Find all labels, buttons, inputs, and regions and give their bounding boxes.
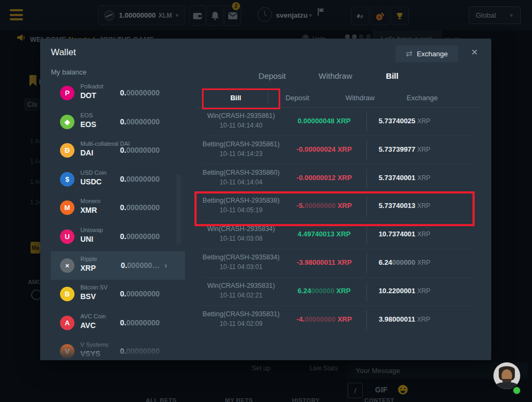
coin-name: Uniswap: [80, 227, 103, 233]
app: 1.00000000 XLM ▼ 2 svenjatzu ▼ B G: [0, 0, 532, 402]
transaction-balance: 5.73740025 XRP: [370, 117, 439, 125]
coin-list-item[interactable]: V V Systems VSYS 0.00000000: [51, 337, 185, 360]
row-divider: [366, 197, 367, 217]
transaction-datetime: 10-11 04:02:21: [196, 292, 287, 299]
modal-title: Wallet: [51, 47, 76, 58]
coin-list-item[interactable]: A AVC Coin AVC 0.00000000: [51, 309, 185, 338]
coin-symbol: AVC: [80, 321, 96, 330]
transaction-amount: 4.49740013 XRP: [287, 230, 362, 238]
transaction-balance: 10.7374001 XRP: [370, 230, 439, 238]
coin-balance: 0.00000000: [120, 289, 160, 298]
bill-row: Betting(CRASH-2935838) 10-11 04:05:19 -5…: [196, 192, 482, 221]
coin-list-scrollbar[interactable]: [176, 174, 181, 244]
coin-balance: 0.00000000: [120, 88, 160, 97]
transaction-datetime: 10-11 04:14:23: [196, 150, 287, 158]
tab-withdraw[interactable]: Withdraw: [319, 71, 353, 80]
coin-name: EOS: [80, 112, 93, 118]
transaction-name: Betting(CRASH-2935834): [196, 254, 287, 261]
bill-row: Win(CRASH-2935831) 10-11 04:02:21 6.2400…: [196, 278, 482, 306]
coin-icon: B: [60, 287, 74, 301]
coin-icon: $: [60, 172, 74, 187]
transaction-datetime: 10-11 04:14:40: [196, 122, 287, 129]
transaction-balance: 5.73740001 XRP: [370, 174, 439, 182]
online-status-dot: [512, 386, 521, 395]
coin-list-item[interactable]: ◆ EOS EOS 0.00000000: [51, 108, 185, 137]
coin-symbol: BSV: [80, 292, 96, 301]
transaction-datetime: 10-11 04:03:01: [196, 263, 287, 271]
transaction-amount: -3.98000011 XRP: [287, 258, 362, 266]
coin-list-item[interactable]: U Uniswap UNI 0.00000000: [51, 222, 185, 251]
exchange-button[interactable]: ⇄ Exchange: [395, 45, 458, 62]
transaction-datetime: 10-11 04:05:19: [196, 206, 287, 214]
coin-balance: 0.00000000: [120, 203, 160, 212]
row-divider: [366, 225, 367, 245]
row-divider: [366, 310, 367, 330]
coin-name: AVC Coin: [80, 313, 106, 319]
transaction-name: Win(CRASH-2935861): [196, 112, 287, 120]
row-divider: [366, 254, 367, 273]
coin-balance: 0.00000000: [120, 347, 160, 355]
transaction-amount: -4.00000000 XRP: [287, 315, 362, 323]
coin-icon: Ð: [60, 143, 74, 158]
coin-list-item[interactable]: Ð Multi-collateral DAI DAI 0.00000000: [51, 136, 185, 165]
transaction-datetime: 10-11 04:02:09: [196, 320, 287, 327]
transaction-name: Win(CRASH-2935831): [196, 282, 287, 289]
transaction-amount: -5.00000000 XRP: [287, 202, 362, 210]
transaction-balance: 5.73740013 XRP: [370, 202, 439, 210]
filter-withdraw[interactable]: Withdraw: [346, 94, 374, 102]
transaction-label: Win(CRASH-2935831) 10-11 04:02:21: [196, 282, 287, 299]
transaction-label: Win(CRASH-2935834) 10-11 04:03:08: [196, 225, 287, 242]
coin-name: Monero: [80, 198, 100, 204]
transaction-datetime: 10-11 04:03:08: [196, 235, 287, 242]
filter-exchange[interactable]: Exchange: [407, 94, 438, 102]
bill-table-body: Win(CRASH-2935861) 10-11 04:14:40 0.0000…: [196, 108, 482, 334]
coin-balance: 0.00000000: [120, 318, 160, 327]
transaction-balance: 10.2200001 XRP: [370, 287, 439, 295]
row-divider: [366, 112, 367, 132]
transaction-name: Betting(CRASH-2935861): [196, 140, 287, 148]
bill-row: Betting(CRASH-2935831) 10-11 04:02:09 -4…: [196, 306, 482, 334]
chat-user-avatar[interactable]: [493, 362, 520, 389]
coin-symbol: UNI: [80, 235, 93, 243]
transaction-label: Betting(CRASH-2935861) 10-11 04:14:23: [196, 140, 287, 158]
coin-name: Ripple: [80, 256, 97, 262]
close-icon[interactable]: ✕: [471, 47, 478, 57]
exchange-arrows-icon: ⇄: [406, 49, 413, 58]
coin-symbol: EOS: [80, 120, 96, 129]
bill-row: Betting(CRASH-2935861) 10-11 04:14:23 -0…: [196, 136, 482, 165]
transaction-label: Betting(CRASH-2935860) 10-11 04:14:04: [196, 169, 287, 186]
transaction-label: Betting(CRASH-2935838) 10-11 04:05:19: [196, 197, 287, 214]
coin-list-item[interactable]: M Monero XMR 0.00000000: [51, 193, 185, 222]
chevron-right-icon: ›: [164, 260, 167, 270]
filter-bill[interactable]: Bill: [230, 94, 241, 102]
transaction-label: Win(CRASH-2935861) 10-11 04:14:40: [196, 112, 287, 129]
transaction-balance: 5.73739977 XRP: [370, 145, 439, 153]
coin-list-item[interactable]: × Ripple XRP 0.000000… ›: [51, 251, 185, 280]
transaction-name: Betting(CRASH-2935838): [196, 197, 287, 204]
transaction-amount: 0.00000048 XRP: [287, 117, 362, 125]
tab-deposit[interactable]: Deposit: [259, 71, 286, 80]
coin-list-item[interactable]: $ USD Coin USDC 0.00000000: [51, 165, 185, 194]
coin-list-item[interactable]: P Polkadot DOT 0.00000000: [51, 79, 185, 108]
my-balance-label: My balance: [51, 68, 86, 76]
coin-balance: 0.00000000: [120, 146, 160, 154]
filter-deposit[interactable]: Deposit: [286, 94, 309, 102]
coin-symbol: VSYS: [80, 349, 100, 358]
coin-icon: M: [60, 200, 74, 215]
coin-symbol: DOT: [80, 91, 96, 100]
transaction-label: Betting(CRASH-2935834) 10-11 04:03:01: [196, 254, 287, 271]
transaction-name: Betting(CRASH-2935831): [196, 310, 287, 318]
coin-name: Bitcoin SV: [80, 284, 108, 291]
row-divider: [366, 282, 367, 302]
coin-icon: U: [60, 229, 74, 244]
coin-name: Polkadot: [80, 83, 103, 90]
transaction-label: Betting(CRASH-2935831) 10-11 04:02:09: [196, 310, 287, 327]
coin-name: USD Coin: [80, 169, 107, 176]
coin-balance: 0.00000000: [120, 175, 160, 183]
transaction-amount: -0.00000012 XRP: [287, 174, 362, 182]
bill-row: Betting(CRASH-2935860) 10-11 04:14:04 -0…: [196, 165, 482, 193]
tab-bill[interactable]: Bill: [386, 71, 398, 80]
coin-list-item[interactable]: B Bitcoin SV BSV 0.00000000: [51, 280, 185, 309]
coin-name: V Systems: [80, 341, 109, 348]
transaction-name: Win(CRASH-2935834): [196, 225, 287, 233]
